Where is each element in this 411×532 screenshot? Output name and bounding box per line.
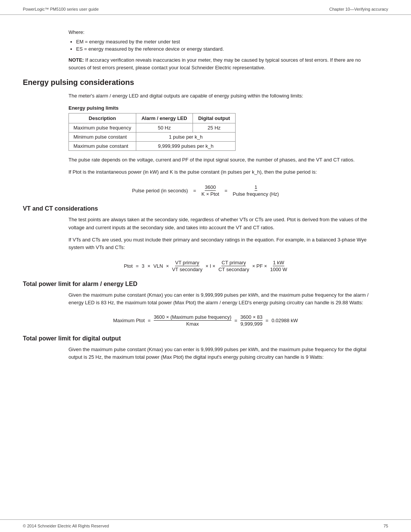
bullet-em: EM = energy measured by the meter under … [76, 39, 388, 45]
row2-desc: Minimum pulse constant [69, 133, 136, 142]
row1-desc: Maximum pulse frequency [69, 123, 136, 133]
max-ptot-formula: Maximum Ptot = 3600 × (Maximum pulse fre… [23, 314, 388, 327]
vt-ct-heading: VT and CT considerations [23, 205, 388, 212]
vt-denom: VT secondary [172, 266, 202, 272]
formula-label: Pulse period (in seconds) [132, 188, 188, 193]
table-row: Minimum pulse constant 1 pulse per k_h [69, 133, 236, 142]
header-left: PowerLogic™ PM5100 series user guide [23, 7, 99, 11]
row3-desc: Maximum pulse constant [69, 142, 136, 151]
energy-pulsing-table: Description Alarm / energy LED Digital o… [68, 113, 236, 151]
kw-numer: 1 kW [273, 260, 284, 266]
alarm-led-heading: Total power limit for alarm / energy LED [23, 281, 388, 288]
equals-sign2: = [225, 188, 228, 193]
ptot-vln: VLN [153, 263, 163, 269]
max-ptot-denom1: Kmax [186, 321, 199, 327]
max-ptot-eq2: = [234, 318, 237, 323]
max-ptot-frac1: 3600 × (Maximum pulse frequency) Kmax [154, 314, 231, 327]
page-content: Where: EM = energy measured by the meter… [0, 15, 411, 389]
ptot-x1: × [147, 263, 150, 269]
max-ptot-result: 0.02988 kW [271, 318, 298, 323]
numer2: 1 [255, 184, 257, 191]
vt-ct-para2: If VTs and CTs are used, you must includ… [68, 236, 373, 251]
footer-left: © 2014 Schneider Electric All Rights Res… [23, 524, 109, 528]
ptot-eq: = [136, 263, 139, 269]
equals-sign: = [193, 188, 196, 193]
row1-alarm: 50 Hz [136, 123, 193, 133]
ct-fraction: CT primary CT secondary [218, 260, 249, 272]
ptot-xi: × I × [206, 263, 215, 269]
para1: The pulse rate depends on the voltage, c… [68, 156, 373, 164]
ptot-xpf: × PF × [252, 263, 267, 269]
digital-output-heading: Total power limit for digital output [23, 335, 388, 342]
max-ptot-frac2: 3600 × 83 9,999,999 [241, 314, 263, 327]
alarm-led-para: Given the maximum pulse constant (Kmax) … [68, 291, 373, 307]
row3-combined: 9,999,999 pulses per k_h [136, 142, 236, 151]
kw-denom: 1000 W [270, 266, 287, 272]
where-label: Where: [68, 29, 388, 35]
kw-fraction: 1 kW 1000 W [270, 260, 287, 272]
row2-combined: 1 pulse per k_h [136, 133, 236, 142]
para2: If Ptot is the instantaneous power (in k… [68, 168, 373, 176]
fraction1: 3600 K × Ptot [201, 184, 219, 197]
fraction2: 1 Pulse frequency (Hz) [233, 184, 279, 197]
vt-ct-para1: The test points are always taken at the … [68, 216, 373, 231]
ct-denom: CT secondary [218, 266, 249, 272]
ct-numer: CT primary [221, 260, 246, 266]
page-footer: © 2014 Schneider Electric All Rights Res… [0, 519, 411, 532]
header-right: Chapter 10—Verifying accuracy [329, 7, 388, 11]
col-alarm-led: Alarm / energy LED [136, 113, 193, 123]
footer-right: 75 [384, 524, 388, 528]
ptot-formula: Ptot = 3 × VLN × VT primary VT secondary… [23, 260, 388, 272]
max-ptot-numer2: 3600 × 83 [241, 314, 263, 321]
intro-text: The meter's alarm / energy LED and digit… [68, 92, 373, 100]
row1-digital: 25 Hz [193, 123, 236, 133]
table-row: Maximum pulse frequency 50 Hz 25 Hz [69, 123, 236, 133]
vt-fraction: VT primary VT secondary [172, 260, 202, 272]
max-ptot-numer1: 3600 × (Maximum pulse frequency) [154, 314, 231, 321]
col-digital-output: Digital output [193, 113, 236, 123]
section-heading: Energy pulsing considerations [23, 78, 388, 87]
ptot-3: 3 [142, 263, 144, 269]
digital-output-para: Given the maximum pulse constant (Kmax) … [68, 346, 373, 361]
bullet-list: EM = energy measured by the meter under … [76, 39, 388, 52]
note-block: NOTE: If accuracy verification reveals i… [68, 56, 365, 71]
bullet-es: ES = energy measured by the reference de… [76, 46, 388, 52]
numer1: 3600 [205, 184, 216, 191]
note-text: NOTE: If accuracy verification reveals i… [68, 57, 361, 70]
page-header: PowerLogic™ PM5100 series user guide Cha… [0, 0, 411, 15]
max-ptot-eq3: = [266, 318, 269, 323]
denom1: K × Ptot [201, 191, 219, 197]
ptot-label: Ptot [124, 263, 133, 269]
vt-numer: VT primary [175, 260, 199, 266]
max-ptot-label: Maximum Ptot [113, 318, 145, 323]
table-row: Maximum pulse constant 9,999,999 pulses … [69, 142, 236, 151]
denom2: Pulse frequency (Hz) [233, 191, 279, 197]
formula-inner: Pulse period (in seconds) = 3600 K × Pto… [132, 184, 279, 197]
table-label: Energy pulsing limits [68, 105, 388, 111]
max-ptot-denom2: 9,999,999 [241, 321, 263, 327]
pulse-period-formula: Pulse period (in seconds) = 3600 K × Pto… [23, 184, 388, 197]
col-description: Description [69, 113, 136, 123]
ptot-x2: × [166, 263, 169, 269]
max-ptot-eq1: = [148, 318, 151, 323]
